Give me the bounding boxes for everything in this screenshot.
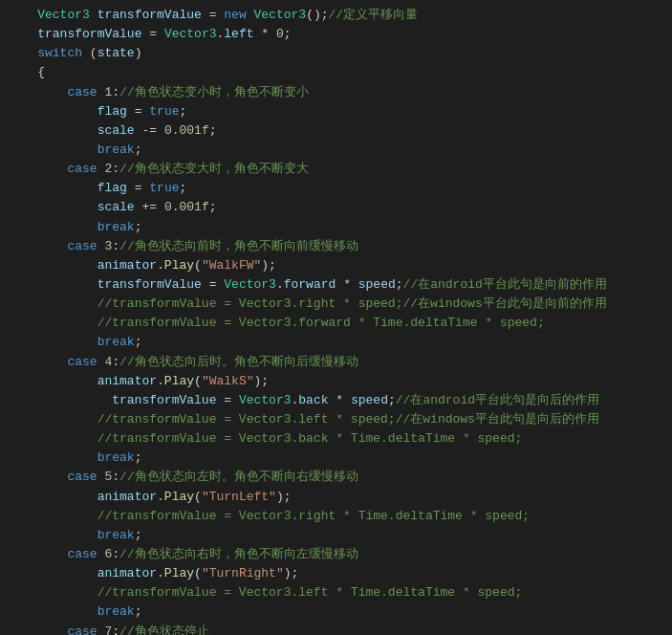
code-editor: Vector3 transformValue = new Vector3();/… [0,0,672,635]
code-line-26: animator.Play("TurnLeft"); [8,488,664,507]
code-line-33: case 7://角色状态停止 [8,623,664,636]
code-line-9: case 2://角色状态变大时，角色不断变大 [8,160,664,179]
code-line-22: //transformValue = Vector3.left * speed;… [8,410,664,429]
code-line-23: //transformValue = Vector3.back * Time.d… [8,429,664,449]
code-line-24: break; [8,449,664,468]
code-line-32: break; [8,602,664,622]
code-line-25: case 5://角色状态向左时。角色不断向右缓慢移动 [8,468,664,487]
code-line-20: animator.Play("WalkS"); [8,372,664,391]
code-line-31: //transformValue = Vector3.left * Time.d… [8,583,664,602]
code-line-13: case 3://角色状态向前时，角色不断向前缓慢移动 [8,237,664,256]
code-line-11: scale += 0.001f; [8,198,664,217]
code-line-29: case 6://角色状态向右时，角色不断向左缓慢移动 [8,545,664,564]
code-line-28: break; [8,526,664,545]
code-line-5: case 1://角色状态变小时，角色不断变小 [8,83,664,102]
code-line-2: transformValue = Vector3.left * 0; [8,25,664,44]
code-line-17: //transformValue = Vector3.forward * Tim… [8,314,664,333]
code-line-21: transformValue = Vector3.back * speed;//… [8,391,664,410]
code-line-19: case 4://角色状态向后时。角色不断向后缓慢移动 [8,353,664,372]
code-lines: Vector3 transformValue = new Vector3();/… [8,6,664,635]
code-line-3: switch (state) [8,44,664,63]
code-line-1: Vector3 transformValue = new Vector3();/… [8,6,664,25]
code-line-30: animator.Play("TurnRight"); [8,564,664,583]
code-line-16: //transformValue = Vector3.right * speed… [8,295,664,314]
code-line-6: flag = true; [8,102,664,121]
code-line-8: break; [8,141,664,160]
code-line-15: transformValue = Vector3.forward * speed… [8,275,664,295]
code-line-27: //transformValue = Vector3.right * Time.… [8,507,664,526]
code-line-7: scale -= 0.001f; [8,121,664,141]
code-line-14: animator.Play("WalkFW"); [8,256,664,275]
code-line-12: break; [8,218,664,237]
code-line-4: { [8,63,664,82]
code-line-10: flag = true; [8,179,664,198]
code-line-18: break; [8,333,664,352]
